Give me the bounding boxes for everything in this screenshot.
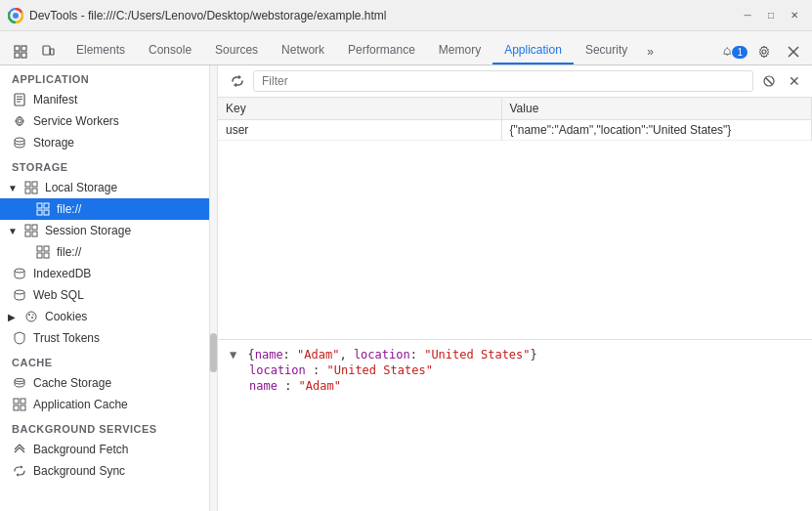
- svg-rect-20: [32, 189, 37, 193]
- window-controls: ─ □ ✕: [738, 6, 804, 25]
- device-toolbar-button[interactable]: [35, 39, 61, 64]
- tab-network[interactable]: Network: [270, 37, 336, 64]
- title-bar: DevTools - file:///C:/Users/Lenovo/Deskt…: [0, 0, 812, 31]
- tab-memory[interactable]: Memory: [427, 37, 492, 64]
- close-devtools-button[interactable]: [781, 39, 806, 64]
- svg-rect-25: [25, 225, 30, 230]
- section-background-label: Background Services: [0, 415, 209, 439]
- sidebar-item-session-storage[interactable]: ▼ Session Storage: [0, 220, 209, 241]
- notifications-button[interactable]: 1: [722, 39, 748, 64]
- minimize-button[interactable]: ─: [738, 6, 757, 25]
- clear-button[interactable]: ✕: [785, 71, 804, 91]
- sidebar-item-session-storage-file[interactable]: file://: [0, 241, 209, 263]
- grid-icon: [23, 180, 39, 195]
- svg-point-36: [28, 314, 30, 316]
- svg-rect-26: [32, 225, 37, 230]
- grid-icon-3: [23, 223, 39, 238]
- value-column-header: Value: [501, 98, 812, 120]
- indexeddb-label: IndexedDB: [33, 267, 91, 280]
- svg-rect-29: [37, 246, 42, 251]
- tab-elements[interactable]: Elements: [64, 37, 137, 64]
- sidebar-item-web-sql[interactable]: Web SQL: [0, 284, 209, 306]
- inspect-element-button[interactable]: [8, 39, 33, 64]
- local-storage-label: Local Storage: [45, 181, 117, 194]
- sidebar-item-indexeddb[interactable]: IndexedDB: [0, 263, 209, 284]
- svg-rect-23: [37, 210, 42, 215]
- svg-point-37: [31, 317, 33, 319]
- svg-rect-5: [21, 53, 26, 58]
- bg-fetch-label: Background Fetch: [33, 443, 128, 456]
- tab-sources[interactable]: Sources: [203, 37, 270, 64]
- tab-application[interactable]: Application: [492, 37, 574, 64]
- settings-button[interactable]: [751, 39, 777, 64]
- table-cell-value: {"name":"Adam","location":"United States…: [501, 120, 812, 141]
- delete-entry-button[interactable]: [757, 69, 781, 93]
- svg-point-8: [762, 50, 766, 54]
- svg-rect-6: [43, 46, 50, 55]
- sidebar-item-trust-tokens[interactable]: Trust Tokens: [0, 327, 209, 349]
- app-cache-label: Application Cache: [33, 398, 128, 411]
- close-button[interactable]: ✕: [785, 6, 804, 25]
- sidebar-item-storage-main[interactable]: Storage: [0, 132, 209, 153]
- svg-rect-7: [51, 49, 55, 55]
- local-storage-arrow: ▼: [8, 183, 18, 193]
- svg-rect-2: [15, 46, 20, 51]
- session-storage-arrow: ▼: [8, 226, 18, 236]
- maximize-button[interactable]: □: [761, 6, 781, 25]
- tab-bar: Elements Console Sources Network Perform…: [0, 31, 812, 65]
- svg-rect-27: [25, 232, 30, 236]
- sidebar-item-service-workers[interactable]: Service Workers: [0, 110, 209, 132]
- svg-rect-21: [37, 203, 42, 208]
- sidebar-scrollbar[interactable]: [210, 65, 218, 511]
- svg-rect-43: [21, 405, 25, 410]
- refresh-button[interactable]: [226, 69, 249, 93]
- svg-rect-31: [37, 253, 42, 258]
- tab-console[interactable]: Console: [137, 37, 203, 64]
- manifest-label: Manifest: [33, 93, 77, 106]
- window-title: DevTools - file:///C:/Users/Lenovo/Deskt…: [29, 9, 738, 22]
- svg-point-16: [15, 138, 24, 142]
- sidebar-item-bg-fetch[interactable]: Background Fetch: [0, 439, 209, 460]
- svg-rect-32: [44, 253, 49, 258]
- tab-security[interactable]: Security: [574, 37, 639, 64]
- sidebar-item-local-storage-file[interactable]: file://: [0, 198, 209, 220]
- svg-point-35: [26, 312, 36, 321]
- svg-point-1: [13, 13, 19, 19]
- doc-icon: [12, 92, 27, 107]
- svg-rect-42: [14, 405, 19, 410]
- svg-point-39: [15, 379, 24, 382]
- sidebar-item-bg-sync[interactable]: Background Sync: [0, 460, 209, 482]
- svg-line-45: [766, 78, 772, 84]
- svg-rect-40: [14, 399, 19, 404]
- table-row[interactable]: user {"name":"Adam","location":"United S…: [218, 120, 812, 141]
- sidebar-item-manifest[interactable]: Manifest: [0, 89, 209, 110]
- data-table: Key Value user {"name":"Adam","location"…: [218, 98, 812, 340]
- sidebar-item-app-cache[interactable]: Application Cache: [0, 394, 209, 415]
- filter-input[interactable]: [253, 70, 753, 92]
- sidebar-item-cookies[interactable]: ▶ Cookies: [0, 306, 209, 327]
- grid-icon-2: [35, 201, 51, 217]
- section-storage-label: Storage: [0, 153, 209, 177]
- key-column-header: Key: [218, 98, 501, 120]
- expand-arrow-icon: ▼: [230, 348, 236, 362]
- sidebar-item-cache-storage[interactable]: Cache Storage: [0, 372, 209, 394]
- svg-rect-22: [44, 203, 49, 208]
- svg-rect-3: [21, 46, 26, 51]
- gear-icon: [12, 113, 27, 129]
- section-application-label: Application: [0, 65, 209, 89]
- content-pane: ✕ Key Value user {"name":"Adam","locatio…: [218, 65, 812, 511]
- sidebar-item-local-storage[interactable]: ▼ Local Storage: [0, 177, 209, 198]
- svg-rect-19: [25, 189, 30, 193]
- more-tabs-button[interactable]: »: [639, 39, 662, 64]
- grid-icon-4: [35, 244, 51, 260]
- local-storage-file-label: file://: [57, 202, 81, 216]
- storage-label: Storage: [33, 136, 74, 149]
- app-icon: [8, 8, 23, 23]
- svg-rect-17: [25, 182, 30, 187]
- session-storage-file-label: file://: [57, 245, 81, 259]
- svg-rect-4: [15, 53, 20, 58]
- tab-performance[interactable]: Performance: [336, 37, 427, 64]
- scrollbar-thumb[interactable]: [210, 333, 217, 372]
- svg-rect-28: [32, 232, 37, 236]
- cache-storage-icon: [12, 375, 27, 391]
